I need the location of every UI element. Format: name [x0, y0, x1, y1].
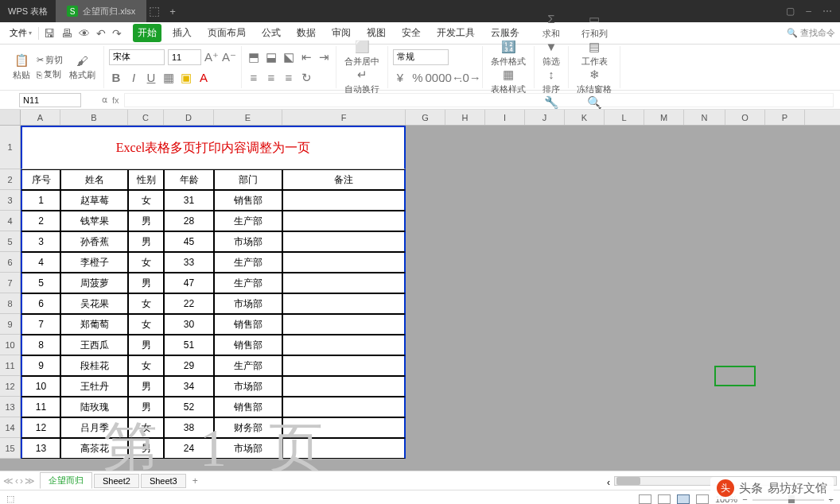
- align-mid-icon[interactable]: ⬓: [264, 50, 278, 64]
- cell[interactable]: 生产部: [214, 211, 282, 231]
- tab-devtools[interactable]: 开发工具: [432, 24, 480, 42]
- cell[interactable]: [282, 211, 406, 231]
- cell[interactable]: 男: [128, 438, 164, 459]
- format-brush-button[interactable]: 🖌格式刷: [66, 53, 99, 81]
- decrease-font-icon[interactable]: A⁻: [222, 50, 236, 64]
- col-header[interactable]: G: [406, 110, 445, 125]
- cell[interactable]: 5: [21, 273, 60, 293]
- cell[interactable]: 部门: [214, 169, 282, 190]
- cell[interactable]: 22: [164, 293, 214, 314]
- cell[interactable]: 31: [164, 190, 214, 211]
- select-all-corner[interactable]: [0, 110, 21, 125]
- row-header[interactable]: 3: [0, 190, 21, 211]
- row-header[interactable]: 15: [0, 438, 21, 459]
- find-command[interactable]: 🔍 查找命令: [787, 27, 835, 39]
- cell[interactable]: 33: [164, 252, 214, 273]
- cell[interactable]: Excel表格多页打印内容调整为一页: [21, 126, 406, 169]
- cell[interactable]: [282, 190, 406, 211]
- col-header[interactable]: O: [725, 110, 765, 125]
- cell[interactable]: 生产部: [214, 273, 282, 293]
- redo-icon[interactable]: ↷: [109, 27, 125, 40]
- fx-icon[interactable]: ⍺: [102, 95, 107, 105]
- cell[interactable]: 28: [164, 211, 214, 231]
- cell[interactable]: 2: [21, 211, 60, 231]
- underline-icon[interactable]: U: [144, 71, 158, 85]
- col-header[interactable]: I: [485, 110, 525, 125]
- cell[interactable]: 男: [128, 211, 164, 231]
- cell[interactable]: [282, 293, 406, 314]
- cell[interactable]: 市场部: [214, 438, 282, 459]
- window-minimize-icon[interactable]: –: [806, 6, 811, 17]
- cell[interactable]: 女: [128, 314, 164, 335]
- align-top-icon[interactable]: ⬒: [247, 50, 261, 64]
- col-header[interactable]: P: [765, 110, 805, 125]
- cell[interactable]: 10: [21, 376, 60, 397]
- cell[interactable]: 孙香蕉: [60, 231, 128, 252]
- cell[interactable]: 3: [21, 231, 60, 252]
- cell[interactable]: 51: [164, 335, 214, 355]
- cell[interactable]: 38: [164, 417, 214, 438]
- column-headers[interactable]: ABCDEFGHIJKLMNOP: [0, 110, 840, 126]
- cell[interactable]: 女: [128, 355, 164, 376]
- cond-format-button[interactable]: 🔢条件格式: [488, 40, 529, 68]
- preview-icon[interactable]: 👁: [76, 27, 93, 40]
- wrap-text-button[interactable]: ↵自动换行: [341, 68, 383, 95]
- cell[interactable]: 李橙子: [60, 252, 128, 273]
- cell[interactable]: 钱苹果: [60, 211, 128, 231]
- fill-color-icon[interactable]: ▣: [179, 71, 193, 85]
- orientation-icon[interactable]: ↻: [299, 71, 313, 85]
- cell[interactable]: 周菠萝: [60, 273, 128, 293]
- filter-button[interactable]: ▼筛选: [539, 40, 563, 68]
- cell[interactable]: [282, 355, 406, 376]
- sheet-tab-3[interactable]: Sheet3: [141, 474, 186, 488]
- col-header[interactable]: H: [445, 110, 485, 125]
- cell[interactable]: 年龄: [164, 169, 214, 190]
- add-sheet-button[interactable]: +: [188, 475, 203, 487]
- sheet-nav-prev-icon[interactable]: ‹: [15, 475, 18, 487]
- cell[interactable]: 男: [128, 273, 164, 293]
- name-box[interactable]: N11: [19, 93, 81, 107]
- row-header[interactable]: 14: [0, 417, 21, 438]
- currency-icon[interactable]: ¥: [393, 71, 407, 85]
- number-format-select[interactable]: 常规: [393, 49, 449, 65]
- cell[interactable]: [282, 335, 406, 355]
- cell[interactable]: 王牡丹: [60, 376, 128, 397]
- italic-icon[interactable]: I: [126, 71, 141, 85]
- cell[interactable]: 王西瓜: [60, 335, 128, 355]
- dec-dec-icon[interactable]: .0→: [463, 71, 477, 85]
- cell[interactable]: 吕月季: [60, 417, 128, 438]
- cell[interactable]: 销售部: [214, 314, 282, 335]
- paste-button[interactable]: 📋粘贴: [10, 53, 33, 81]
- row-header[interactable]: 5: [0, 231, 21, 252]
- cell[interactable]: 财务部: [214, 417, 282, 438]
- sheet-nav-first-icon[interactable]: ≪: [3, 475, 14, 487]
- col-header[interactable]: F: [282, 110, 406, 125]
- rowcol-button[interactable]: ▭行和列: [574, 12, 615, 40]
- col-header[interactable]: N: [684, 110, 725, 125]
- sheet-nav-next-icon[interactable]: ›: [20, 475, 23, 487]
- cell[interactable]: 高茶花: [60, 438, 128, 459]
- cell[interactable]: 女: [128, 190, 164, 211]
- cell[interactable]: 备注: [282, 169, 406, 190]
- cell[interactable]: [282, 252, 406, 273]
- cut-button[interactable]: ✂剪切: [37, 54, 63, 66]
- merge-center-button[interactable]: ⬜合并居中: [341, 40, 383, 68]
- cell[interactable]: 女: [128, 293, 164, 314]
- tab-options-icon[interactable]: ⬚: [147, 4, 161, 18]
- cell[interactable]: 45: [164, 231, 214, 252]
- tab-security[interactable]: 安全: [397, 24, 426, 42]
- row-header[interactable]: 7: [0, 273, 21, 293]
- align-left-icon[interactable]: ≡: [247, 71, 261, 85]
- cell[interactable]: 29: [164, 355, 214, 376]
- window-maximize-icon[interactable]: ▢: [786, 6, 795, 17]
- cell[interactable]: 47: [164, 273, 214, 293]
- cell[interactable]: 生产部: [214, 252, 282, 273]
- cell[interactable]: 生产部: [214, 355, 282, 376]
- cell[interactable]: 4: [21, 252, 60, 273]
- cell[interactable]: 24: [164, 438, 214, 459]
- col-header[interactable]: K: [565, 110, 605, 125]
- row-header[interactable]: 12: [0, 376, 21, 397]
- cell[interactable]: 赵草莓: [60, 190, 128, 211]
- row-header[interactable]: 6: [0, 252, 21, 273]
- cell[interactable]: 男: [128, 231, 164, 252]
